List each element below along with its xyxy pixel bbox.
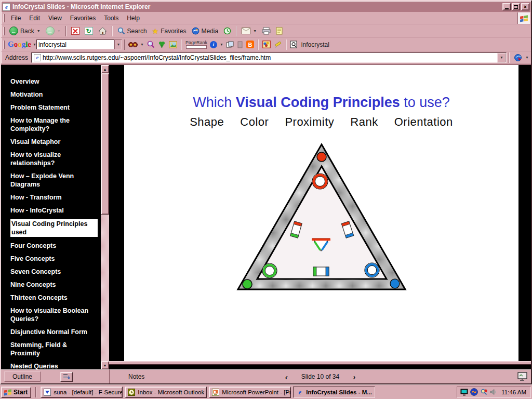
expand-outline-button[interactable]	[60, 372, 73, 382]
titlebar: e InfoCrystal Slides - Microsoft Interne…	[2, 2, 530, 12]
sidebar-item-stemming-field-proximity[interactable]: Stemming, Field & Proximity	[10, 341, 98, 357]
separator	[35, 387, 36, 397]
forward-button[interactable]: → ▼	[43, 25, 63, 37]
toolbar-gripper[interactable]	[3, 41, 5, 49]
menu-tools[interactable]: Tools	[100, 13, 123, 23]
sidebar-item-visual-coding-principles[interactable]: Visual Coding Principles used	[10, 219, 98, 237]
scrollbar-thumb[interactable]	[101, 73, 109, 215]
fsecure-tray-icon[interactable]	[470, 388, 478, 396]
volume-tray-icon[interactable]	[490, 389, 497, 395]
address-dropdown-button[interactable]: ▼	[497, 53, 506, 62]
refresh-button[interactable]: ↻	[82, 25, 96, 37]
minimize-button[interactable]	[502, 3, 511, 10]
google-logo[interactable]: Google	[7, 40, 32, 49]
google-search-site-button[interactable]	[145, 38, 156, 50]
favorites-button[interactable]: ★ Favorites	[150, 25, 189, 37]
sidebar-item-problem-statement[interactable]: Problem Statement	[10, 103, 98, 112]
adobe-dropdown-icon[interactable]: ▼	[525, 56, 529, 59]
task-infocrystal-active[interactable]: e InfoCrystal Slides - M...	[293, 387, 375, 398]
google-images-button[interactable]	[167, 38, 179, 50]
menu-view[interactable]: View	[44, 13, 66, 23]
sidebar-item-manage-complexity[interactable]: How to Manage the Complexity?	[10, 116, 98, 133]
highlight-button[interactable]	[261, 38, 272, 50]
sidebar-item-seven-concepts[interactable]: Seven Concepts	[10, 268, 98, 276]
google-search-web-button[interactable]: ▼	[127, 38, 145, 50]
sidebar-item-disjunctive-normal-form[interactable]: Disjunctive Normal Form	[10, 328, 98, 336]
sidebar-item-four-concepts[interactable]: Four Concepts	[10, 242, 98, 250]
highlight-off-button[interactable]	[235, 38, 245, 50]
slideshow-button[interactable]	[517, 372, 528, 381]
mail-dropdown-icon[interactable]: ▼	[253, 29, 257, 33]
previous-slide-button[interactable]: ‹	[285, 373, 288, 381]
menu-edit[interactable]: Edit	[25, 13, 44, 23]
outline-button[interactable]: Outline	[4, 371, 41, 382]
menu-help[interactable]: Help	[123, 13, 144, 23]
history-button[interactable]	[221, 25, 234, 37]
scroll-up-button[interactable]: ▲	[101, 65, 109, 73]
task-outlook[interactable]: Inbox - Microsoft Outlook	[125, 387, 207, 398]
sidebar-item-motivation[interactable]: Motivation	[10, 90, 98, 99]
toolbar-gripper[interactable]	[3, 14, 5, 22]
sidebar-item-nine-concepts[interactable]: Nine Concepts	[10, 281, 98, 289]
maximize-button[interactable]	[512, 3, 520, 10]
separator	[286, 39, 287, 50]
edit-button[interactable]	[273, 25, 285, 37]
sidebar-item-visualize-relationships[interactable]: How to visualize relationships?	[10, 151, 98, 167]
slideshow-icon	[517, 372, 528, 381]
scrollbar-track[interactable]	[101, 215, 109, 361]
scroll-down-button[interactable]: ▼	[101, 361, 109, 369]
outline-scrollbar[interactable]: ▲ ▼	[101, 65, 109, 369]
google-letter: G	[8, 40, 14, 48]
google-input-dropdown[interactable]: ▼	[114, 39, 122, 49]
sidebar-item-five-concepts[interactable]: Five Concepts	[10, 255, 98, 263]
search-dropdown-icon[interactable]: ▼	[140, 43, 144, 46]
sidebar-item-nested-queries[interactable]: Nested Queries	[10, 362, 98, 369]
page-up-button[interactable]	[224, 38, 235, 50]
scanner-tray-icon[interactable]	[480, 388, 488, 396]
sidebar-item-transform[interactable]: How - Transform	[10, 193, 98, 202]
slide-statusbar: Notes ‹ Slide 10 of 34 ›	[109, 369, 531, 383]
google-search-input[interactable]	[36, 39, 114, 49]
address-url[interactable]: http://www.scils.rutgers.edu/~aspoerri/I…	[43, 54, 271, 61]
highlighter-pen-button[interactable]	[272, 38, 284, 50]
sidebar-item-visual-metaphor[interactable]: Visual Metaphor	[10, 138, 98, 146]
sidebar-item-thirteen-concepts[interactable]: Thirteen Concepts	[10, 294, 98, 302]
sidebar-item-infocrystal[interactable]: How - InfoCrystal	[10, 206, 98, 215]
adobe-convert-button[interactable]: ▼	[512, 51, 531, 63]
search-button[interactable]: Search	[115, 25, 150, 37]
start-button[interactable]: Start	[1, 387, 31, 398]
mail-button[interactable]: ▼	[239, 25, 259, 37]
find-word-button[interactable]: infocrystal	[289, 38, 330, 50]
display-tray-icon[interactable]	[460, 389, 468, 396]
back-dropdown-icon[interactable]: ▼	[37, 29, 41, 33]
address-input[interactable]: e http://www.scils.rutgers.edu/~aspoerri…	[31, 52, 507, 63]
scroll-up-icon: ▲	[103, 68, 107, 71]
media-button[interactable]: Media	[189, 25, 221, 37]
stop-icon	[71, 27, 79, 35]
menu-favorites[interactable]: Favorites	[66, 13, 100, 23]
stop-button[interactable]	[69, 25, 82, 37]
print-button[interactable]	[259, 25, 273, 37]
chevron-down-icon: ▼	[500, 56, 503, 59]
slide-canvas: Which Visual Coding Principles to use? S…	[124, 65, 518, 361]
google-lucky-button[interactable]	[156, 38, 167, 50]
info-dropdown-icon[interactable]: ▼	[220, 43, 223, 46]
sidebar-item-boolean-queries[interactable]: How to visualize Boolean Queries?	[10, 307, 98, 323]
notes-label[interactable]: Notes	[128, 373, 144, 380]
slide-right-gutter	[518, 65, 531, 361]
next-slide-button[interactable]: ›	[353, 373, 355, 381]
menu-file[interactable]: File	[7, 13, 25, 23]
toolbar-gripper[interactable]	[3, 27, 5, 35]
sidebar-item-explode-venn[interactable]: How – Explode Venn Diagrams	[10, 172, 98, 189]
home-button[interactable]	[96, 25, 110, 37]
blogger-button[interactable]: B	[245, 38, 256, 50]
pagerank-indicator[interactable]: PageRank	[185, 41, 207, 49]
task-fsecure[interactable]: suna - [default] - F-Secure...	[41, 387, 123, 398]
page-info-button[interactable]: i ▼	[209, 38, 224, 50]
task-powerpoint[interactable]: Microsoft PowerPoint - [Pr...	[209, 387, 291, 398]
close-button[interactable]: ×	[521, 3, 529, 10]
google-logo-dropdown-icon[interactable]: ▼	[33, 43, 36, 46]
sidebar-item-overview[interactable]: Overview	[10, 77, 98, 86]
frame-divider[interactable]	[109, 361, 531, 365]
back-button[interactable]: ← Back ▼	[7, 25, 43, 37]
